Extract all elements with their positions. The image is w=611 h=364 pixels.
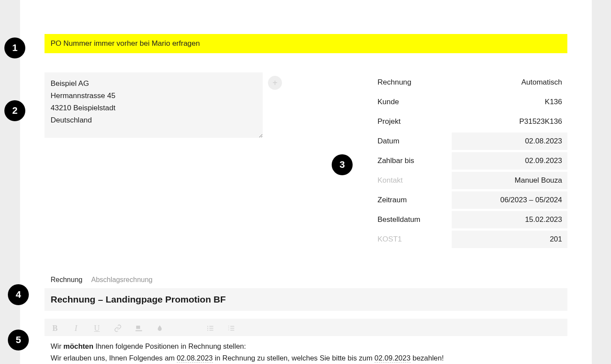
body-line1-suffix: Ihnen folgende Positionen in Rechnung st… (93, 342, 246, 350)
meta-row: RechnungAutomatisch (378, 72, 567, 92)
rich-text-editor: B I U (45, 319, 567, 336)
meta-label: Rechnung (378, 78, 452, 87)
body-line2-date2[interactable]: 02.09.2023 (374, 354, 411, 363)
recipient-address-textarea[interactable] (45, 72, 263, 138)
meta-row: Bestelldatum15.02.2023 (378, 210, 567, 229)
meta-label: Zeitraum (378, 196, 452, 204)
highlight-icon[interactable] (134, 324, 143, 333)
callout-badge-1: 1 (4, 37, 25, 58)
ordered-list-icon[interactable] (227, 324, 236, 333)
add-recipient-button[interactable]: + (268, 76, 282, 90)
body-line1-bold: möchten (63, 342, 93, 350)
meta-label: Datum (378, 137, 452, 146)
invoice-meta-list: RechnungAutomatischKundeK136ProjektP3152… (378, 72, 567, 249)
meta-row: ProjektP31523K136 (378, 112, 567, 131)
meta-label: KOST1 (378, 235, 452, 244)
svg-point-2 (207, 326, 208, 327)
tab-partial-invoice[interactable]: Abschlagsrechnung (91, 276, 153, 284)
meta-row: KOST1201 (378, 229, 567, 249)
meta-label: Projekt (378, 117, 452, 126)
meta-label: Kunde (378, 98, 452, 106)
body-line1-prefix: Wir (51, 342, 63, 350)
meta-row: KontaktManuel Bouza (378, 170, 567, 190)
meta-value[interactable]: 02.08.2023 (452, 133, 567, 150)
body-line2-date1[interactable]: 02.08.2023 (177, 354, 213, 363)
plus-icon: + (272, 78, 278, 87)
invoice-title-input[interactable]: Rechnung – Landingpage Promotion BF (45, 288, 567, 311)
svg-rect-1 (136, 330, 142, 331)
meta-value[interactable]: Manuel Bouza (452, 172, 567, 189)
meta-row: Zahlbar bis02.09.2023 (378, 151, 567, 170)
meta-label: Bestelldatum (378, 215, 452, 224)
meta-value: K136 (452, 93, 567, 111)
tab-invoice[interactable]: Rechnung (51, 276, 82, 284)
body-line2-a: Wir erlauben uns, Ihnen Folgendes am (51, 354, 177, 362)
meta-row: Zeitraum06/2023 – 05/2024 (378, 190, 567, 210)
body-line2-c: bezahlen! (411, 354, 444, 362)
callout-badge-3: 3 (332, 154, 353, 175)
editor-body[interactable]: Wir möchten Ihnen folgende Positionen in… (45, 336, 567, 364)
meta-label: Zahlbar bis (378, 156, 452, 165)
warning-banner: PO Nummer immer vorher bei Mario erfrage… (45, 34, 567, 53)
meta-label: Kontakt (378, 176, 452, 185)
editor-toolbar: B I U (45, 319, 567, 336)
body-line2-b: in Rechnung zu stellen, welches Sie bitt… (213, 354, 375, 362)
callout-badge-4: 4 (8, 284, 29, 305)
svg-point-6 (207, 330, 208, 330)
meta-value: P31523K136 (452, 113, 567, 130)
bold-icon[interactable]: B (51, 324, 59, 333)
link-icon[interactable] (113, 324, 122, 333)
meta-value[interactable]: 06/2023 – 05/2024 (452, 191, 567, 209)
meta-value: Automatisch (452, 74, 567, 91)
callout-badge-5: 5 (8, 330, 29, 350)
invoice-editor-card: PO Nummer immer vorher bei Mario erfrage… (20, 0, 592, 364)
invoice-type-tabs: Rechnung Abschlagsrechnung (45, 271, 567, 288)
svg-point-4 (207, 328, 208, 329)
meta-value[interactable]: 201 (452, 231, 567, 248)
meta-row: KundeK136 (378, 92, 567, 112)
italic-icon[interactable]: I (72, 324, 80, 333)
bullet-list-icon[interactable] (206, 324, 215, 333)
callout-badge-2: 2 (4, 100, 25, 121)
color-icon[interactable] (155, 324, 164, 333)
meta-value[interactable]: 15.02.2023 (452, 211, 567, 228)
meta-value[interactable]: 02.09.2023 (452, 152, 567, 170)
meta-row: Datum02.08.2023 (378, 131, 567, 151)
underline-icon[interactable]: U (93, 324, 101, 333)
svg-rect-0 (136, 326, 140, 329)
